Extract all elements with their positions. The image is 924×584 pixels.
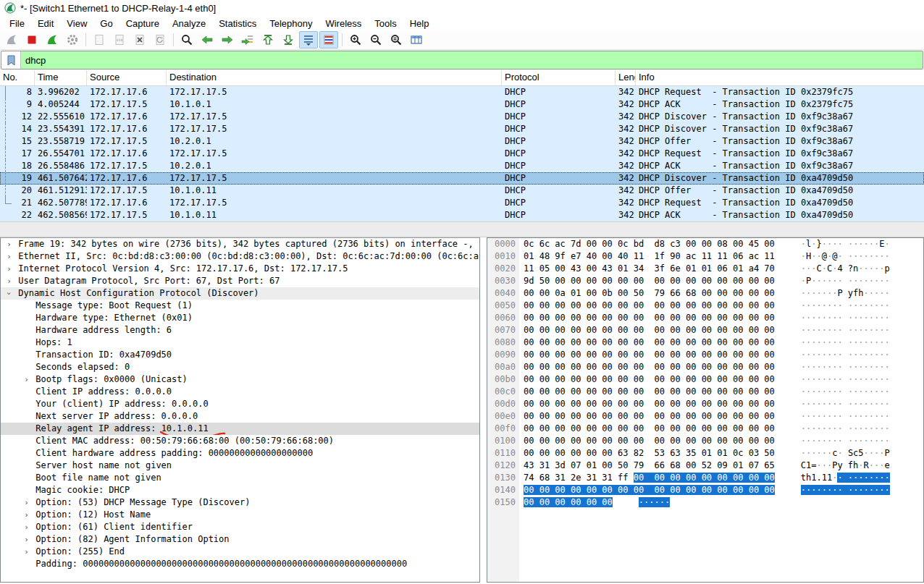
menu-item-help[interactable]: Help — [403, 17, 436, 30]
hex-row-00c0[interactable]: 00c000 00 00 00 00 00 00 00 00 00 00 00 … — [487, 386, 923, 398]
detail-line-9[interactable]: Transaction ID: 0xa4709d50 — [1, 349, 479, 361]
next-packet-button[interactable] — [218, 31, 237, 48]
goto-packet-button[interactable] — [238, 31, 257, 48]
packet-row-17[interactable]: 1726.554701172.17.17.6172.17.17.5DHCP342… — [0, 148, 924, 160]
chevron-collapsed-icon[interactable]: › — [22, 496, 30, 509]
detail-line-8[interactable]: Hops: 1 — [1, 337, 479, 349]
menu-item-statistics[interactable]: Statistics — [212, 17, 263, 30]
detail-line-7[interactable]: Hardware address length: 6 — [1, 324, 479, 337]
detail-line-21[interactable]: › Option: (53) DHCP Message Type (Discov… — [1, 496, 479, 509]
menu-item-wireless[interactable]: Wireless — [319, 17, 368, 30]
packet-row-22[interactable]: 22462.508569172.17.17.510.1.0.11DHCP342D… — [0, 209, 924, 221]
packet-details-pane[interactable]: › Frame 19: 342 bytes on wire (2736 bits… — [0, 237, 480, 583]
detail-line-18[interactable]: Server host name not given — [1, 460, 479, 472]
hex-row-0090[interactable]: 009000 00 00 00 00 00 00 00 00 00 00 00 … — [487, 349, 923, 361]
chevron-collapsed-icon[interactable]: › — [22, 533, 30, 546]
column-header-destination[interactable]: Destination — [167, 70, 502, 85]
detail-line-20[interactable]: Magic cookie: DHCP — [1, 484, 479, 496]
filter-bookmark-button[interactable] — [1, 51, 21, 69]
detail-line-15[interactable]: Relay agent IP address: 10.1.0.11 — [1, 423, 479, 435]
chevron-collapsed-icon[interactable]: › — [5, 250, 13, 263]
stop-capture-button[interactable] — [22, 31, 41, 48]
reload-file-button[interactable] — [151, 31, 169, 48]
capture-options-button[interactable] — [63, 31, 82, 48]
hex-row-00d0[interactable]: 00d000 00 00 00 00 00 00 00 00 00 00 00 … — [487, 398, 923, 410]
packet-row-19[interactable]: 19461.507642172.17.17.6172.17.17.5DHCP34… — [0, 172, 924, 185]
chevron-collapsed-icon[interactable]: › — [5, 263, 13, 275]
detail-line-0[interactable]: › Frame 19: 342 bytes on wire (2736 bits… — [1, 238, 479, 250]
detail-line-1[interactable]: › Ethernet II, Src: 0c:bd:d8:c3:00:00 (0… — [1, 250, 479, 263]
previous-packet-button[interactable] — [198, 31, 217, 48]
detail-line-2[interactable]: › Internet Protocol Version 4, Src: 172.… — [1, 263, 479, 275]
menu-item-view[interactable]: View — [60, 17, 93, 30]
hex-row-00f0[interactable]: 00f000 00 00 00 00 00 00 00 00 00 00 00 … — [487, 423, 923, 435]
detail-line-13[interactable]: Your (client) IP address: 0.0.0.0 — [1, 398, 479, 410]
packet-row-18[interactable]: 1826.558486172.17.17.510.2.0.1DHCP342DHC… — [0, 160, 924, 172]
hex-row-0080[interactable]: 008000 00 00 00 00 00 00 00 00 00 00 00 … — [487, 337, 923, 349]
last-packet-button[interactable] — [279, 31, 298, 48]
auto-scroll-button[interactable] — [299, 31, 318, 48]
detail-line-25[interactable]: › Option: (255) End — [1, 546, 479, 558]
menu-item-go[interactable]: Go — [93, 17, 119, 30]
hex-row-0150[interactable]: 015000 00 00 00 00 00······ — [487, 496, 923, 509]
menu-item-file[interactable]: File — [3, 17, 31, 30]
hex-row-0130[interactable]: 013074 68 31 2e 31 31 ff 00 00 00 00 00 … — [487, 472, 923, 484]
menu-item-capture[interactable]: Capture — [119, 17, 166, 30]
zoom-in-button[interactable] — [346, 31, 365, 48]
detail-line-4[interactable]: › Dynamic Host Configuration Protocol (D… — [1, 287, 479, 300]
hex-row-0050[interactable]: 005000 00 00 00 00 00 00 00 00 00 00 00 … — [487, 300, 923, 312]
detail-line-24[interactable]: › Option: (82) Agent Information Option — [1, 533, 479, 546]
menu-item-edit[interactable]: Edit — [31, 17, 60, 30]
display-filter-field[interactable] — [1, 51, 923, 69]
hex-row-00a0[interactable]: 00a000 00 00 00 00 00 00 00 00 00 00 00 … — [487, 361, 923, 373]
detail-line-3[interactable]: › User Datagram Protocol, Src Port: 67, … — [1, 275, 479, 287]
menu-item-tools[interactable]: Tools — [368, 17, 403, 30]
chevron-collapsed-icon[interactable]: › — [5, 238, 13, 250]
column-header-time[interactable]: Time — [35, 70, 87, 85]
packet-list-header[interactable]: No.TimeSourceDestinationProtocolLengthIn… — [0, 70, 924, 86]
hex-row-0110[interactable]: 011000 00 00 00 00 00 63 82 53 63 35 01 … — [487, 447, 923, 460]
zoom-reset-button[interactable] — [387, 31, 406, 48]
zoom-out-button[interactable] — [366, 31, 385, 48]
column-header-no[interactable]: No. — [0, 70, 35, 85]
detail-line-6[interactable]: Hardware type: Ethernet (0x01) — [1, 312, 479, 324]
menu-item-telephony[interactable]: Telephony — [263, 17, 319, 30]
chevron-collapsed-icon[interactable]: › — [22, 509, 30, 521]
packet-row-15[interactable]: 1523.558719172.17.17.510.2.0.1DHCP342DHC… — [0, 135, 924, 148]
column-header-info[interactable]: Info — [636, 70, 924, 85]
packet-row-14[interactable]: 1423.554391172.17.17.6172.17.17.5DHCP342… — [0, 123, 924, 135]
display-filter-input[interactable] — [21, 51, 923, 69]
hex-row-0000[interactable]: 00000c 6c ac 7d 00 00 0c bd d8 c3 00 00 … — [487, 238, 923, 250]
hex-row-0040[interactable]: 004000 00 0a 01 00 0b 00 50 79 66 68 00 … — [487, 287, 923, 300]
packet-row-20[interactable]: 20461.512913172.17.17.510.1.0.11DHCP342D… — [0, 185, 924, 197]
packet-row-21[interactable]: 21462.507789172.17.17.6172.17.17.5DHCP34… — [0, 197, 924, 209]
packet-row-8[interactable]: 83.996202172.17.17.6172.17.17.5DHCP342DH… — [0, 86, 924, 98]
pane-splitter[interactable] — [0, 221, 924, 237]
detail-line-17[interactable]: Client hardware address padding: 0000000… — [1, 447, 479, 460]
hex-row-0060[interactable]: 006000 00 00 00 00 00 00 00 00 00 00 00 … — [487, 312, 923, 324]
chevron-expanded-icon[interactable]: › — [3, 289, 15, 297]
detail-line-11[interactable]: › Bootp flags: 0x0000 (Unicast) — [1, 373, 479, 386]
detail-line-23[interactable]: › Option: (61) Client identifier — [1, 521, 479, 533]
hex-row-00b0[interactable]: 00b000 00 00 00 00 00 00 00 00 00 00 00 … — [487, 373, 923, 386]
column-header-length[interactable]: Length — [616, 70, 636, 85]
packet-bytes-pane[interactable]: 00000c 6c ac 7d 00 00 0c bd d8 c3 00 00 … — [487, 237, 924, 583]
colorize-button[interactable] — [319, 31, 338, 48]
open-file-button[interactable] — [90, 31, 109, 48]
detail-line-26[interactable]: Padding: 0000000000000000000000000000000… — [1, 558, 479, 570]
first-packet-button[interactable] — [259, 31, 277, 48]
start-capture-button[interactable] — [2, 31, 21, 48]
hex-row-0120[interactable]: 012043 31 3d 07 01 00 50 79 66 68 00 52 … — [487, 460, 923, 472]
close-file-button[interactable] — [130, 31, 149, 48]
save-file-button[interactable]: 010 — [110, 31, 129, 48]
detail-line-12[interactable]: Client IP address: 0.0.0.0 — [1, 386, 479, 398]
chevron-collapsed-icon[interactable]: › — [22, 521, 30, 533]
menu-item-analyze[interactable]: Analyze — [166, 17, 212, 30]
column-header-protocol[interactable]: Protocol — [502, 70, 616, 85]
detail-line-22[interactable]: › Option: (12) Host Name — [1, 509, 479, 521]
hex-row-0020[interactable]: 002011 05 00 43 00 43 01 34 3f 6e 01 01 … — [487, 263, 923, 275]
chevron-collapsed-icon[interactable]: › — [22, 546, 30, 558]
hex-row-0070[interactable]: 007000 00 00 00 00 00 00 00 00 00 00 00 … — [487, 324, 923, 337]
detail-line-5[interactable]: Message type: Boot Request (1) — [1, 300, 479, 312]
hex-row-00e0[interactable]: 00e000 00 00 00 00 00 00 00 00 00 00 00 … — [487, 410, 923, 423]
